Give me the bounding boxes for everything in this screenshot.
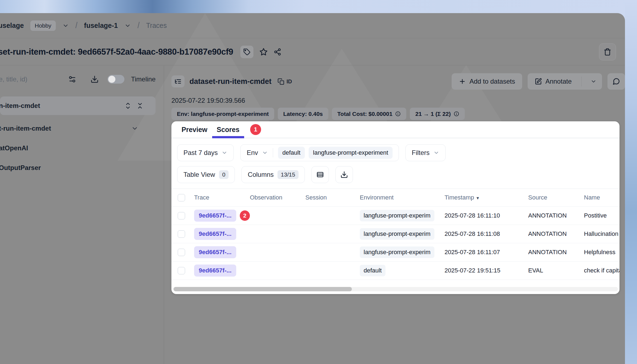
breadcrumb: uselage Hobby / fuselage-1 / Traces <box>0 13 625 38</box>
trace-tree-sidebar: e, title, id) Timeline n-item-cmdet <box>0 66 164 364</box>
observation-panel: dataset-run-item-cmdet ID Add to dataset… <box>164 66 625 364</box>
col-header-session[interactable]: Session <box>305 194 360 201</box>
table-view-button[interactable]: Table View 0 <box>177 166 235 183</box>
table-row[interactable]: 9ed6657f-... langfuse-prompt-experim 202… <box>171 225 620 243</box>
scrollbar-thumb[interactable] <box>174 287 352 291</box>
table-row[interactable]: 9ed6657f-... default 2025-07-22 19:51:15… <box>171 262 620 280</box>
trash-icon <box>604 48 611 56</box>
horizontal-scrollbar[interactable] <box>173 287 618 291</box>
col-header-environment[interactable]: Environment <box>360 194 445 201</box>
share-icon[interactable] <box>274 48 281 56</box>
table-row[interactable]: 9ed6657f-... langfuse-prompt-experim 202… <box>171 243 620 262</box>
title-bar: set-run-item-cmdet: 9ed6657f-52a0-4aac-9… <box>0 39 625 65</box>
chevron-down-icon[interactable] <box>124 22 131 29</box>
observation-timestamp: 2025-07-22 19:50:39.566 <box>171 97 625 104</box>
col-header-name[interactable]: Name <box>584 194 620 201</box>
button-divider <box>581 77 582 86</box>
date-range-filter[interactable]: Past 7 days <box>177 144 234 161</box>
breadcrumb-separator: / <box>138 21 140 31</box>
tree-item[interactable]: OutputParser <box>0 162 156 174</box>
tree-item[interactable]: t-run-item-cmdet <box>0 122 156 134</box>
add-to-datasets-button[interactable]: Add to datasets <box>452 73 522 90</box>
annotation-marker-1: 1 <box>250 124 261 135</box>
tree-item-selected[interactable]: n-item-cmdet <box>0 96 156 115</box>
app-window: uselage Hobby / fuselage-1 / Traces set-… <box>0 13 625 364</box>
row-checkbox[interactable] <box>178 230 185 238</box>
env-value-chip[interactable]: default <box>278 147 305 159</box>
tree-item[interactable]: atOpenAI <box>0 142 156 154</box>
download-icon <box>340 171 348 178</box>
info-icon[interactable] <box>395 111 401 117</box>
table-row[interactable]: 9ed6657f-... 2 langfuse-prompt-experim 2… <box>171 207 620 225</box>
chevron-down-icon[interactable] <box>131 125 138 132</box>
tab-preview[interactable]: Preview <box>177 121 212 138</box>
copy-id-label[interactable]: ID <box>287 78 292 85</box>
scores-card: Preview Scores 1 Past 7 days <box>171 121 620 294</box>
breadcrumb-project[interactable]: fuselage-1 <box>84 22 118 30</box>
rows-icon <box>316 171 324 178</box>
annotate-dropdown-chevron[interactable] <box>585 78 602 84</box>
environment-chip: langfuse-prompt-experim <box>360 228 434 240</box>
annotation-marker-2: 2 <box>240 210 250 221</box>
env-filter[interactable]: Env default langfuse-prompt-experiment <box>240 144 399 161</box>
latency-badge: Latency: 0.40s <box>278 108 328 120</box>
env-value-chip[interactable]: langfuse-prompt-experiment <box>309 147 393 159</box>
timestamp-cell: 2025-07-28 16:11:10 <box>445 212 528 219</box>
annotate-button[interactable]: Annotate <box>528 73 602 90</box>
filters-button[interactable]: Filters <box>405 144 446 161</box>
screen: uselage Hobby / fuselage-1 / Traces set-… <box>0 0 637 364</box>
search-input[interactable]: e, title, id) <box>0 75 67 83</box>
tokens-badge: 21 → 1 (Σ 22) <box>410 108 464 120</box>
timestamp-cell: 2025-07-22 19:51:15 <box>445 267 528 274</box>
trace-link[interactable]: 9ed6657f-... <box>194 210 236 222</box>
col-header-source[interactable]: Source <box>528 194 584 201</box>
environment-chip: langfuse-prompt-experim <box>360 246 434 258</box>
columns-count: 13/15 <box>277 170 299 179</box>
timestamp-cell: 2025-07-28 16:11:08 <box>445 230 528 237</box>
source-cell: ANNOTATION <box>528 212 584 219</box>
export-button[interactable] <box>335 166 353 183</box>
col-header-observation[interactable]: Observation <box>250 194 305 201</box>
breadcrumb-section[interactable]: Traces <box>146 22 167 30</box>
tab-scores[interactable]: Scores <box>212 121 244 138</box>
view-settings-icon[interactable] <box>68 75 76 83</box>
row-checkbox[interactable] <box>178 212 185 219</box>
annotate-icon <box>535 78 542 85</box>
plan-badge: Hobby <box>30 20 56 31</box>
comments-button[interactable] <box>607 73 625 90</box>
name-cell: Hallucination <box>584 230 620 237</box>
breadcrumb-org[interactable]: uselage <box>0 22 24 30</box>
copy-icon[interactable] <box>277 78 284 85</box>
source-cell: ANNOTATION <box>528 230 584 237</box>
env-badge: Env: langfuse-prompt-experiment <box>171 108 274 120</box>
fold-all-icon[interactable] <box>136 102 144 109</box>
unfold-all-icon[interactable] <box>124 102 132 109</box>
trace-link[interactable]: 9ed6657f-... <box>194 228 236 240</box>
col-header-trace[interactable]: Trace <box>194 194 250 201</box>
chevron-down-icon <box>262 150 268 156</box>
select-all-checkbox[interactable] <box>178 194 185 201</box>
trace-link[interactable]: 9ed6657f-... <box>194 246 236 258</box>
chevron-down-icon <box>433 150 439 156</box>
row-height-button[interactable] <box>311 166 329 183</box>
name-cell: check if capital <box>584 267 620 274</box>
environment-chip: langfuse-prompt-experim <box>360 210 434 221</box>
trace-link[interactable]: 9ed6657f-... <box>194 265 236 277</box>
name-cell: Postitive <box>584 212 620 219</box>
row-checkbox[interactable] <box>178 267 185 274</box>
star-icon[interactable] <box>259 48 268 56</box>
tree-item-label: n-item-cmdet <box>0 102 40 110</box>
page-title: set-run-item-cmdet: 9ed6657f-52a0-4aac-9… <box>0 47 233 57</box>
chevron-down-icon <box>221 150 227 156</box>
chevron-down-icon[interactable] <box>62 22 69 29</box>
col-header-timestamp[interactable]: Timestamp▼ <box>445 194 528 201</box>
toggle-knob <box>108 76 115 83</box>
tab-bar: Preview Scores 1 <box>171 121 620 138</box>
columns-button[interactable]: Columns 13/15 <box>241 166 305 183</box>
timeline-toggle[interactable] <box>107 75 124 84</box>
row-checkbox[interactable] <box>178 249 185 256</box>
info-icon[interactable] <box>454 111 459 117</box>
delete-button[interactable] <box>599 43 616 60</box>
download-icon[interactable] <box>90 75 99 83</box>
tag-icon[interactable] <box>240 46 253 58</box>
